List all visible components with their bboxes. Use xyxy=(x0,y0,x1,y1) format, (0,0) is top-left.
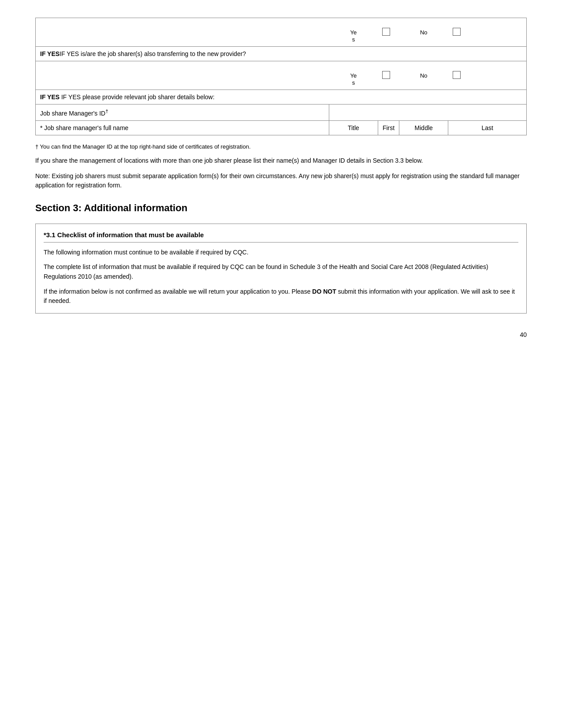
job-manager-id-label: Job share Manager's ID† xyxy=(40,110,108,117)
do-not-bold: DO NOT xyxy=(312,288,336,295)
yes-checkbox-2[interactable] xyxy=(382,71,390,79)
page-number: 40 xyxy=(35,331,527,338)
info-box-para-3-start: If the information below is not confirme… xyxy=(44,288,312,295)
job-manager-name-row: * Job share manager's full name Title Fi… xyxy=(36,120,527,135)
yes-no-row-1: Ye s No xyxy=(36,18,527,47)
no-checkbox-1[interactable] xyxy=(453,28,461,36)
info-box-para-2: The complete list of information that mu… xyxy=(44,262,518,281)
footnote: † You can find the Manager ID at the top… xyxy=(35,143,527,150)
info-box-body: The following information must continue … xyxy=(44,248,518,306)
if-yes-question: IF YESIF YES is/are the job sharer(s) al… xyxy=(40,50,246,57)
info-box-para-1: The following information must continue … xyxy=(44,248,518,258)
info-box-para-3: If the information below is not confirme… xyxy=(44,287,518,306)
title-col-header: Title xyxy=(348,124,359,131)
yes-label-2: Ye s xyxy=(350,72,357,86)
paragraph-2: Note: Existing job sharers must submit s… xyxy=(35,172,527,190)
main-form-table: Ye s No IF YESIF YES is/are the job shar… xyxy=(35,18,527,135)
no-label-1: No xyxy=(420,29,428,36)
last-col-header: Last xyxy=(481,124,493,131)
info-box-title: *3.1 Checklist of information that must … xyxy=(44,231,518,243)
job-manager-name-label: * Job share manager's full name xyxy=(40,124,128,131)
if-yes-provide-row: IF YES IF YES please provide relevant jo… xyxy=(36,90,527,105)
first-col-header: First xyxy=(383,124,395,131)
job-manager-id-row: Job share Manager's ID† xyxy=(36,105,527,121)
info-box-3-1: *3.1 Checklist of information that must … xyxy=(35,224,527,314)
paragraph-1: If you share the management of locations… xyxy=(35,156,527,165)
no-checkbox-2[interactable] xyxy=(453,71,461,79)
yes-label-1: Ye s xyxy=(350,29,357,43)
middle-col-header: Middle xyxy=(415,124,433,131)
if-yes-provide-label: IF YES please provide relevant job share… xyxy=(61,93,215,101)
if-yes-question-row: IF YESIF YES is/are the job sharer(s) al… xyxy=(36,47,527,61)
yes-checkbox-1[interactable] xyxy=(382,28,390,36)
no-label-2: No xyxy=(420,72,428,79)
yes-no-row-2: Ye s No xyxy=(36,61,527,90)
section-3-heading: Section 3: Additional information xyxy=(35,202,527,214)
